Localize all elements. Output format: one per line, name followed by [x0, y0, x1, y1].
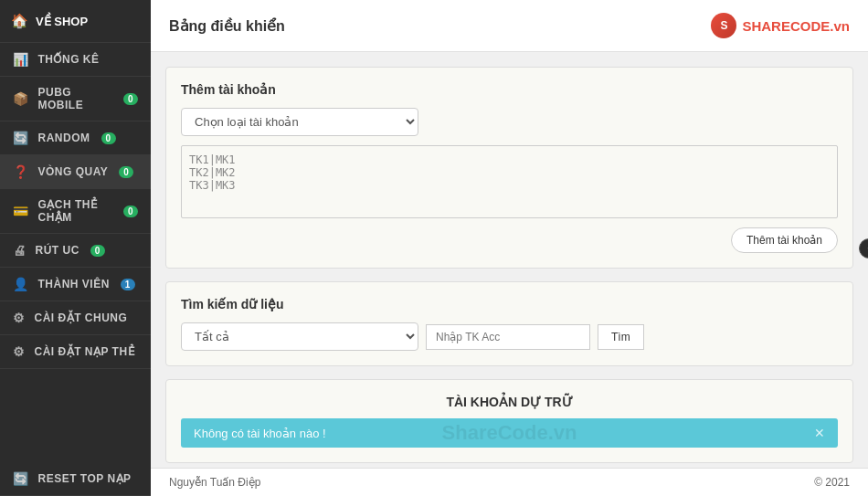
logo-area: S SHARECODE.vn	[711, 13, 850, 38]
account-textarea[interactable]: TK1|MK1TK2|MK2TK3|MK3	[181, 145, 838, 218]
page-title: Bảng điều khiển	[169, 17, 285, 35]
box-icon: 📦	[13, 91, 29, 106]
add-account-card: Thêm tài khoản Chọn loại tài khoản TK1|M…	[165, 67, 853, 269]
gach-the-badge: 0	[123, 206, 138, 217]
sidebar-logo-label: VỀ SHOP	[36, 15, 88, 28]
alert-close-button[interactable]: ✕	[814, 426, 825, 440]
random-icon: 🔄	[13, 131, 29, 145]
print-icon: 🖨	[13, 243, 26, 258]
question-icon: ❓	[13, 164, 29, 179]
sidebar-item-thong-ke[interactable]: 📊 THỐNG KÊ	[0, 43, 151, 77]
pubg-badge: 0	[123, 93, 138, 105]
sidebar: 🏠 VỀ SHOP 📊 THỐNG KÊ 📦 PUBG MOBILE 0 🔄 R…	[0, 0, 151, 496]
account-type-select[interactable]: Chọn loại tài khoản	[181, 108, 418, 136]
alert-message: Không có tài khoản nào !	[194, 427, 326, 440]
sidebar-item-vong-quay[interactable]: ❓ VÒNG QUAY 0	[0, 155, 151, 189]
logo-icon: S	[711, 13, 736, 38]
add-account-button[interactable]: Thêm tài khoản	[731, 227, 838, 253]
sidebar-item-cai-dat-chung[interactable]: ⚙ CÀI ĐẶT CHUNG	[0, 301, 151, 335]
sidebar-item-cai-dat-nap-the[interactable]: ⚙ CÀI ĐẶT NẠP THẺ	[0, 335, 151, 369]
chart-icon: 📊	[13, 52, 29, 67]
sidebar-item-pubg-mobile[interactable]: 📦 PUBG MOBILE 0	[0, 77, 151, 121]
sidebar-label-reset: RESET TOP NẠP	[38, 472, 132, 485]
user-icon: 👤	[13, 277, 29, 291]
sidebar-label-cai-dat-chung: CÀI ĐẶT CHUNG	[35, 311, 128, 324]
gear2-icon: ⚙	[13, 344, 26, 359]
sidebar-item-random[interactable]: 🔄 RANDOM 0	[0, 121, 151, 155]
random-badge: 0	[101, 132, 116, 144]
card-icon: 💳	[13, 204, 29, 218]
vong-quay-badge: 0	[119, 166, 133, 178]
reserve-account-card: TÀI KHOẢN DỰ TRỮ ShareCode.vn Không có t…	[165, 379, 853, 463]
topbar: Bảng điều khiển S SHARECODE.vn	[151, 0, 868, 52]
footer-left: Nguyễn Tuấn Điệp	[169, 476, 260, 489]
add-account-title: Thêm tài khoản	[181, 82, 838, 97]
logo-text: SHARECODE.vn	[742, 18, 850, 34]
search-type-select[interactable]: Tất cả	[181, 322, 418, 351]
footer-bar: Nguyễn Tuấn Điệp © 2021	[151, 468, 868, 496]
sidebar-label-vong-quay: VÒNG QUAY	[38, 165, 109, 178]
search-title: Tìm kiếm dữ liệu	[181, 297, 838, 311]
search-card: Tìm kiếm dữ liệu Tất cả Tìm	[165, 281, 853, 366]
footer-right: © 2021	[814, 476, 850, 489]
sidebar-logo[interactable]: 🏠 VỀ SHOP	[0, 0, 151, 43]
sidebar-item-reset-top-nap[interactable]: 🔄 RESET TOP NẠP	[0, 462, 151, 496]
reset-icon: 🔄	[13, 471, 29, 486]
thanh-vien-badge: 1	[121, 279, 135, 290]
home-icon: 🏠	[11, 13, 28, 29]
sidebar-label-thong-ke: THỐNG KÊ	[38, 53, 100, 66]
reserve-section-title: TÀI KHOẢN DỰ TRỮ	[181, 395, 838, 409]
search-button[interactable]: Tìm	[598, 324, 644, 350]
sidebar-item-gach-the-cham[interactable]: 💳 GẠCH THẺ CHẬM 0	[0, 189, 151, 234]
rut-uc-badge: 0	[90, 245, 105, 257]
no-account-alert: Không có tài khoản nào ! ✕	[181, 418, 838, 448]
main-content: Bảng điều khiển S SHARECODE.vn Thêm tài …	[151, 0, 868, 496]
sidebar-label-thanh-vien: THÀNH VIÊN	[38, 278, 110, 290]
sidebar-label-cai-dat-nap-the: CÀI ĐẶT NẠP THẺ	[35, 345, 136, 358]
content-area: Thêm tài khoản Chọn loại tài khoản TK1|M…	[151, 52, 868, 468]
gear-icon: ⚙	[13, 311, 26, 325]
sidebar-label-gach-the: GẠCH THẺ CHẬM	[38, 198, 112, 224]
sidebar-item-rut-uc[interactable]: 🖨 RÚT UC 0	[0, 234, 151, 268]
sidebar-item-thanh-vien[interactable]: 👤 THÀNH VIÊN 1	[0, 268, 151, 301]
sidebar-label-rut-uc: RÚT UC	[36, 244, 79, 257]
sidebar-label-random: RANDOM	[38, 132, 90, 144]
sidebar-label-pubg: PUBG MOBILE	[38, 86, 112, 111]
search-input[interactable]	[426, 324, 590, 350]
search-row: Tất cả Tìm	[181, 322, 838, 351]
